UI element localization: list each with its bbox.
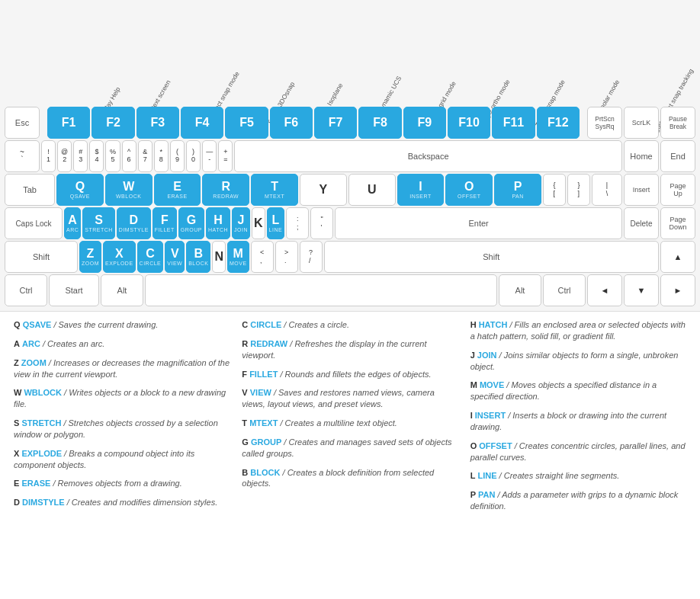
key-num-=[interactable]: +=: [218, 140, 233, 172]
key-slash[interactable]: ?/: [300, 241, 323, 273]
key-f9[interactable]: F9: [403, 107, 446, 139]
key-pause[interactable]: PauseBreak: [660, 107, 695, 139]
key-l-sub: LINE: [269, 227, 283, 233]
key-shift-right[interactable]: Shift: [324, 241, 659, 273]
key-f11[interactable]: F11: [492, 107, 535, 139]
key-esc[interactable]: Esc: [5, 107, 40, 139]
legend-desc-line: / Creates straight line segments.: [499, 471, 620, 480]
key-num-0[interactable]: )0: [186, 140, 201, 172]
key-a-main: A: [68, 214, 77, 226]
key-u[interactable]: U: [348, 174, 396, 206]
key-num-5[interactable]: %5: [105, 140, 120, 172]
key-j[interactable]: JJOIN: [232, 207, 250, 239]
key-ctrl-left[interactable]: Ctrl: [5, 274, 47, 306]
key-f12[interactable]: F12: [537, 107, 580, 139]
key-num-3[interactable]: #3: [73, 140, 88, 172]
key-f8[interactable]: F8: [358, 107, 401, 139]
key-f3[interactable]: F3: [136, 107, 179, 139]
key-num-2[interactable]: @2: [57, 140, 72, 172]
key-capslock[interactable]: Caps Lock: [5, 207, 63, 239]
key-delete[interactable]: Delete: [624, 207, 659, 239]
gap1: [41, 107, 46, 139]
key-alt-left[interactable]: Alt: [101, 274, 143, 306]
key-insert[interactable]: Insert: [624, 174, 659, 206]
fn-label-f7: Toggle grid mode: [420, 98, 470, 105]
key-s-main: S: [95, 214, 103, 226]
key-f7[interactable]: F7: [314, 107, 357, 139]
key-end[interactable]: End: [660, 140, 695, 172]
key-num-4[interactable]: $4: [89, 140, 104, 172]
key-e[interactable]: EERASE: [154, 174, 201, 206]
key-r[interactable]: RREDRAW: [202, 174, 249, 206]
key-d[interactable]: DDIMSTYLE: [117, 207, 151, 239]
legend-cmd-zoom: ZOOM: [21, 358, 47, 367]
key-ctrl-right[interactable]: Ctrl: [543, 274, 586, 306]
key-scrlk[interactable]: ScrLK: [624, 107, 659, 139]
key-f[interactable]: FFILLET: [153, 207, 177, 239]
legend-cmd-redraw: REDRAW: [250, 339, 287, 348]
key-g[interactable]: GGROUP: [178, 207, 204, 239]
key-o[interactable]: OOFFSET: [445, 174, 493, 206]
key-enter[interactable]: Enter: [335, 207, 622, 239]
key-f1[interactable]: F1: [47, 107, 90, 139]
key-f6[interactable]: F6: [270, 107, 313, 139]
key-a-sub: ARC: [66, 227, 79, 233]
key-i[interactable]: IINSERT: [397, 174, 445, 206]
key-esc-label: Esc: [15, 118, 29, 127]
key-capslock-label: Caps Lock: [15, 219, 51, 228]
key-open-bracket[interactable]: {[: [543, 174, 566, 206]
legend-col3: H HATCH / Fills an enclosed area or sele…: [464, 319, 692, 520]
key-shift-left[interactable]: Shift: [5, 241, 78, 273]
key-pageup[interactable]: PageUp: [660, 174, 695, 206]
key-k[interactable]: K: [252, 207, 265, 239]
key-ltgt[interactable]: <,: [251, 241, 274, 273]
key-s[interactable]: SSTRETCH: [82, 207, 115, 239]
key-c[interactable]: CCIRCLE: [137, 241, 164, 273]
key-num--[interactable]: —-: [202, 140, 217, 172]
key-t[interactable]: TMTEXT: [251, 174, 298, 206]
key-f4[interactable]: F4: [181, 107, 223, 139]
key-gtlt[interactable]: >.: [275, 241, 298, 273]
key-m[interactable]: MMOVE: [227, 241, 249, 273]
key-z[interactable]: ZZOOM: [79, 241, 101, 273]
key-num-1[interactable]: !1: [41, 140, 56, 172]
key-home[interactable]: Home: [624, 140, 659, 172]
key-pagedown[interactable]: PageDown: [660, 207, 695, 239]
key-h[interactable]: HHATCH: [206, 207, 230, 239]
key-arrow-left[interactable]: ◄: [587, 274, 622, 306]
key-tab[interactable]: Tab: [5, 174, 55, 206]
key-f10[interactable]: F10: [448, 107, 490, 139]
key-num-bot: -: [208, 156, 210, 164]
key-f2[interactable]: F2: [92, 107, 134, 139]
key-quote[interactable]: "': [310, 207, 333, 239]
key-backslash[interactable]: |\: [592, 174, 622, 206]
key-num-7[interactable]: &7: [138, 140, 153, 172]
key-num-9[interactable]: (9: [170, 140, 185, 172]
key-arrow-right[interactable]: ►: [660, 274, 695, 306]
key-n[interactable]: N: [212, 241, 226, 273]
key-l[interactable]: LLINE: [267, 207, 285, 239]
key-a[interactable]: AARC: [64, 207, 81, 239]
key-prtscn[interactable]: PrtScn SysRq: [587, 107, 622, 139]
key-w[interactable]: WWBLOCK: [105, 174, 153, 206]
key-alt-right[interactable]: Alt: [499, 274, 541, 306]
key-backspace[interactable]: Backspace: [234, 140, 622, 172]
key-y[interactable]: Y: [300, 174, 347, 206]
key-num-6[interactable]: ^6: [122, 140, 136, 172]
key-v[interactable]: VVIEW: [165, 241, 185, 273]
key-f5[interactable]: F5: [225, 107, 268, 139]
key-start[interactable]: Start: [49, 274, 99, 306]
key-num-8[interactable]: *8: [154, 140, 169, 172]
key-arrow-down[interactable]: ▼: [624, 274, 659, 306]
key-arrow-up[interactable]: ▲: [660, 241, 695, 273]
legend-desc-zoom: / Increases or decreases the magnificati…: [14, 358, 230, 379]
key-tilde[interactable]: ~ `: [5, 140, 40, 172]
key-x[interactable]: XEXPLODE: [103, 241, 136, 273]
legend-item-mtext: T MTEXT / Creates a multiline text objec…: [242, 418, 458, 429]
key-q[interactable]: QQSAVE: [56, 174, 104, 206]
key-space[interactable]: [145, 274, 497, 306]
key-p[interactable]: PPAN: [494, 174, 541, 206]
key-colon[interactable]: :;: [286, 207, 309, 239]
key-b[interactable]: BBLOCK: [186, 241, 210, 273]
key-close-bracket[interactable]: }]: [567, 174, 590, 206]
